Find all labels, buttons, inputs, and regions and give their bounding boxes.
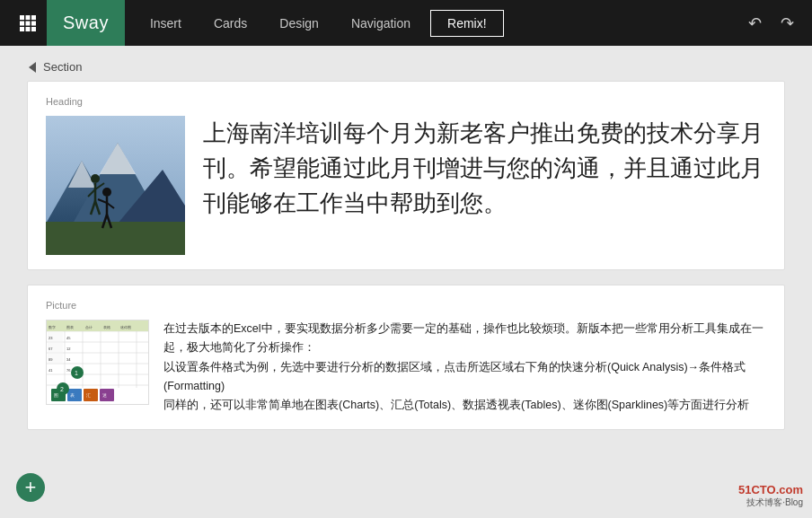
heading-card-type: Heading [46, 96, 766, 107]
svg-text:迷你图: 迷你图 [120, 325, 131, 329]
svg-text:汇: 汇 [86, 392, 91, 398]
svg-text:数字: 数字 [49, 325, 56, 329]
nav-navigation[interactable]: Navigation [335, 0, 427, 46]
svg-text:12: 12 [66, 347, 71, 351]
heading-text: 上海南洋培训每个月为新老客户推出免费的技术分享月刊。希望能通过此月刊增进与您的沟… [203, 116, 766, 221]
svg-text:表: 表 [70, 392, 75, 398]
heading-card: Heading [27, 81, 785, 270]
svg-text:2: 2 [60, 386, 64, 392]
heading-image [46, 116, 185, 255]
svg-rect-7 [26, 27, 31, 31]
svg-rect-40 [47, 320, 149, 331]
main-content: Section Heading [0, 46, 812, 518]
picture-text: 在过去版本的Excel中，要实现数据分析多少需要一定的基础，操作也比较烦琐。新版… [163, 320, 766, 415]
app-grid-button[interactable] [9, 0, 47, 46]
undo-button[interactable]: ↶ [738, 0, 771, 46]
svg-rect-8 [31, 27, 36, 31]
svg-rect-1 [26, 15, 31, 20]
picture-text-line3: 同样的，还可以非常简单地在图表(Charts)、汇总(Totals)、数据透视表… [163, 399, 749, 411]
nav-design[interactable]: Design [263, 0, 335, 46]
picture-card-type: Picture [46, 300, 766, 311]
section-collapse-arrow[interactable] [29, 62, 36, 73]
nav-cards[interactable]: Cards [198, 0, 263, 46]
svg-text:迷: 迷 [102, 392, 107, 398]
picture-image: 数字 图表 合计 表格 迷你图 23 45 67 12 89 34 41 76 [46, 320, 149, 405]
picture-text-line2: 以设置条件格式为例，先选中要进行分析的数据区域，点击所选区域右下角的快速分析(Q… [163, 361, 746, 392]
watermark-sub: 技术博客·Blog [738, 496, 803, 509]
redo-button[interactable]: ↷ [771, 0, 803, 46]
svg-rect-6 [20, 27, 24, 31]
picture-text-line1: 在过去版本的Excel中，要实现数据分析多少需要一定的基础，操作也比较烦琐。新版… [163, 322, 763, 354]
watermark: 51CTO.com 技术博客·Blog [738, 483, 803, 509]
add-button[interactable]: + [16, 473, 45, 502]
svg-text:89: 89 [49, 357, 53, 362]
svg-text:1: 1 [75, 370, 78, 376]
svg-text:表格: 表格 [103, 325, 110, 329]
svg-rect-4 [26, 21, 31, 25]
svg-rect-3 [20, 21, 24, 25]
svg-rect-2 [31, 15, 36, 20]
svg-text:23: 23 [49, 336, 53, 340]
svg-text:合计: 合计 [85, 325, 93, 329]
svg-text:67: 67 [49, 347, 53, 351]
svg-text:45: 45 [66, 336, 71, 340]
section-label: Section [43, 60, 82, 74]
svg-point-16 [91, 174, 100, 183]
section-bar: Section [27, 60, 785, 74]
watermark-site: 51CTO.com [738, 483, 803, 496]
svg-text:图: 图 [54, 392, 58, 398]
svg-rect-5 [31, 21, 36, 25]
navbar: Sway Insert Cards Design Navigation Remi… [0, 0, 812, 46]
nav-insert[interactable]: Insert [134, 0, 198, 46]
svg-rect-0 [20, 15, 24, 20]
svg-text:34: 34 [66, 357, 71, 362]
svg-point-22 [102, 188, 111, 197]
svg-text:图表: 图表 [66, 325, 74, 329]
svg-text:41: 41 [49, 368, 53, 373]
picture-content-row: 数字 图表 合计 表格 迷你图 23 45 67 12 89 34 41 76 [46, 320, 766, 415]
remix-button[interactable]: Remix! [430, 10, 504, 37]
heading-content-row: 上海南洋培训每个月为新老客户推出免费的技术分享月刊。希望能通过此月刊增进与您的沟… [46, 116, 766, 255]
picture-card: Picture [27, 285, 785, 430]
svg-rect-15 [46, 222, 185, 255]
app-brand: Sway [47, 0, 125, 46]
svg-text:76: 76 [66, 368, 71, 373]
